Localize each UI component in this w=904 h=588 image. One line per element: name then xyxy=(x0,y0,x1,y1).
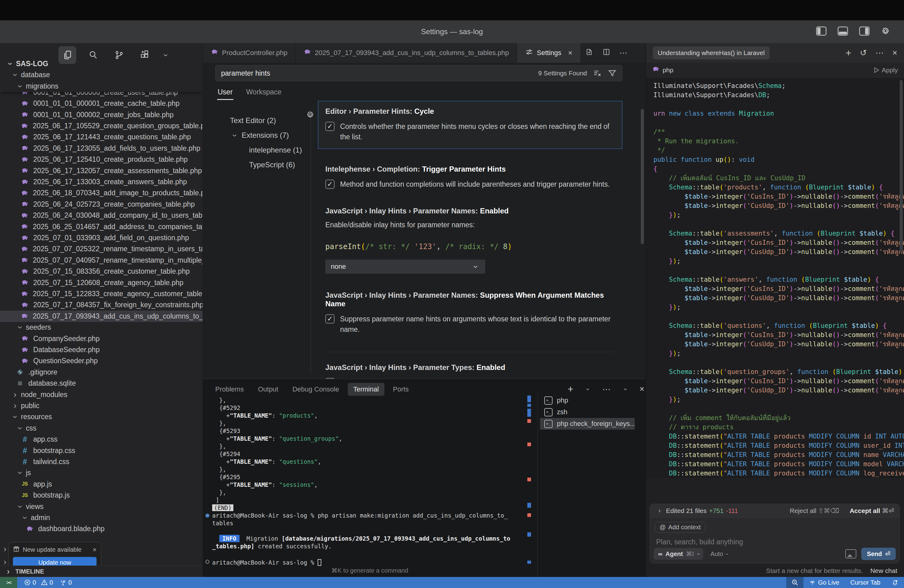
go-live-button[interactable]: Go Live xyxy=(803,577,845,588)
open-changes-icon[interactable] xyxy=(585,48,593,58)
tree-file-item[interactable]: 2025_06_25_014657_add_address_to_compani… xyxy=(0,221,202,232)
tree-folder-item[interactable]: ›public xyxy=(0,400,202,411)
apply-button[interactable]: Apply xyxy=(874,66,898,74)
more-actions-icon[interactable]: ⋯ xyxy=(620,48,627,58)
chat-tab[interactable]: Understanding whereHas() in Laravel xyxy=(653,46,770,59)
tree-folder-item[interactable]: ›views xyxy=(0,501,202,512)
search-icon[interactable] xyxy=(84,46,102,64)
tree-folder-item[interactable]: ›resources xyxy=(0,411,202,422)
toggle-bottom-panel-icon[interactable] xyxy=(838,27,848,37)
tree-file-item[interactable]: 0001_01_01_000001_create_cache_table.php xyxy=(0,98,202,109)
tree-file-item[interactable]: 2025_06_24_030048_add_company_id_to_user… xyxy=(0,210,202,221)
settings-toc-item[interactable]: intelephense (1) xyxy=(230,143,307,158)
tree-folder-item[interactable]: ›node_modules xyxy=(0,389,202,400)
collapsed-section-chevron-icon[interactable]: › xyxy=(4,544,6,554)
tree-file-item[interactable]: 2025_07_17_093943_add_cus_ins_udp_column… xyxy=(0,311,202,322)
clear-settings-search-icon[interactable] xyxy=(593,69,602,77)
edited-files-bar[interactable]: › Edited 21 files +751 -111 Reject all⇧⌘… xyxy=(650,504,899,518)
tree-file-item[interactable]: 2025_07_17_084357_fix_foreign_key_constr… xyxy=(0,299,202,311)
add-context-chip[interactable]: @ Add context xyxy=(655,522,705,533)
maximize-panel-icon[interactable]: › xyxy=(622,385,629,394)
tree-file-item[interactable]: 2025_07_01_033903_add_field_on_question.… xyxy=(0,232,202,243)
editor-tab[interactable]: 2025_07_17_093943_add_cus_ins_udp_column… xyxy=(296,43,517,63)
tree-folder-item[interactable]: ›seeders xyxy=(0,322,202,333)
notifications-bell-icon[interactable] xyxy=(886,577,904,588)
terminal-list-item[interactable]: >_zsh xyxy=(540,406,635,418)
panel-tab-debug-console[interactable]: Debug Console xyxy=(292,383,339,396)
close-chat-icon[interactable]: × xyxy=(892,48,897,58)
chat-history-icon[interactable]: ↺ xyxy=(860,48,867,58)
chat-input[interactable]: Plan, search, build anything xyxy=(656,538,743,546)
remote-indicator[interactable]: >< xyxy=(0,577,17,588)
terminal-list-item[interactable]: >_php xyxy=(540,395,635,406)
tree-file-item[interactable]: 2025_07_15_122833_create_agency_customer… xyxy=(0,288,202,300)
tree-file-item[interactable]: JSapp.js xyxy=(0,479,202,490)
settings-scrollbar[interactable] xyxy=(641,109,644,244)
tree-file-item[interactable]: #app.css xyxy=(0,434,202,445)
reject-all-button[interactable]: Reject all⇧⌘⌫ xyxy=(790,507,839,514)
settings-search-input[interactable]: parameter hints 9 Settings Found xyxy=(215,65,622,81)
tree-file-item[interactable]: 2025_06_18_070343_add_image_to_products_… xyxy=(0,187,202,199)
tree-folder-item[interactable]: ›js xyxy=(0,467,202,479)
tree-file-item[interactable]: QuestionSeeder.php xyxy=(0,355,202,367)
tree-file-item[interactable]: .gitignore xyxy=(0,367,202,378)
tree-file-item[interactable]: 2025_06_17_105529_create_question_groups… xyxy=(0,120,202,132)
setting-checkbox[interactable]: ✓ xyxy=(325,122,335,131)
tree-file-item[interactable]: 2025_07_15_120608_create_agency_table.ph… xyxy=(0,277,202,288)
close-panel-icon[interactable]: × xyxy=(640,384,645,394)
more-actions-icon[interactable]: ⋯ xyxy=(602,384,611,394)
filter-settings-icon[interactable] xyxy=(608,69,616,77)
tree-file-item[interactable]: CompanySeeder.php xyxy=(0,333,202,345)
tree-file-item[interactable]: DatabaseSeeder.php xyxy=(0,344,202,356)
settings-toc-item[interactable]: Text Editor (2) xyxy=(230,113,307,128)
tree-file-item[interactable]: #tailwind.css xyxy=(0,456,202,468)
tree-folder-item[interactable]: ›css xyxy=(0,422,202,434)
terminal-profile-chevron-icon[interactable]: › xyxy=(585,385,591,394)
terminal-output[interactable]: }, {#5292 +"TABLE_NAME": "products", }, … xyxy=(212,397,527,566)
setting-checkbox[interactable]: ✓ xyxy=(325,180,335,189)
accept-all-button[interactable]: Accept all⌘⏎ xyxy=(850,507,894,514)
setting-gear-icon[interactable] xyxy=(306,110,315,120)
tree-folder-item[interactable]: ›migrations xyxy=(0,81,202,92)
panel-tab-output[interactable]: Output xyxy=(258,383,278,396)
settings-toc-item[interactable]: TypeScript (6) xyxy=(230,158,307,172)
tree-file-item[interactable]: 2025_06_17_132057_create_assessments_tab… xyxy=(0,165,202,177)
attach-image-icon[interactable] xyxy=(845,549,857,558)
tree-file-item[interactable]: 2025_06_17_133003_create_answers_table.p… xyxy=(0,176,202,188)
chat-more-icon[interactable]: ⋯ xyxy=(876,48,884,58)
toggle-left-sidebar-icon[interactable] xyxy=(816,27,827,37)
editor-tab[interactable]: ProductController.php xyxy=(203,43,296,63)
new-chat-icon[interactable]: + xyxy=(846,47,852,59)
timeline-section-header[interactable]: › TIMELINE xyxy=(0,566,202,577)
tree-file-item[interactable]: ≡database.sqlite xyxy=(0,378,202,389)
source-control-icon[interactable] xyxy=(110,46,128,64)
tree-file-item[interactable]: JSbootstrap.js xyxy=(0,490,202,501)
setting-checkbox[interactable] xyxy=(325,378,335,379)
panel-tab-ports[interactable]: Ports xyxy=(393,383,409,396)
tree-folder-item[interactable]: ›admin xyxy=(0,512,202,523)
tree-file-item[interactable]: 2025_07_15_083356_create_customer_table.… xyxy=(0,266,202,277)
extensions-icon[interactable] xyxy=(136,46,154,64)
setting-select[interactable]: none› xyxy=(325,259,485,274)
tree-file-item[interactable]: 0001_01_01_000002_create_jobs_table.php xyxy=(0,109,202,120)
close-icon[interactable]: × xyxy=(568,49,572,57)
model-selector[interactable]: Auto ‹ xyxy=(711,550,727,558)
tree-file-item[interactable]: 2025_06_17_123055_add_fields_to_users_ta… xyxy=(0,143,202,154)
tree-file-item[interactable]: 2025_07_07_025322_rename_timestamp_in_us… xyxy=(0,243,202,254)
new-terminal-icon[interactable]: + xyxy=(567,384,574,395)
tree-file-item[interactable]: 2025_07_07_040957_rename_timestamp_in_mu… xyxy=(0,254,202,266)
settings-toc-item[interactable]: ›Extensions (7) xyxy=(230,128,307,143)
new-chat-link[interactable]: New chat xyxy=(870,567,897,574)
terminal-list-item[interactable]: >_php check_foreign_keys... xyxy=(540,418,635,430)
tree-file-item[interactable]: dashboard.blade.php xyxy=(0,523,202,534)
ports-status[interactable]: 0 xyxy=(60,579,72,586)
split-editor-icon[interactable] xyxy=(602,48,610,58)
explorer-icon[interactable] xyxy=(58,46,76,64)
send-button[interactable]: Send ⏎ xyxy=(861,548,896,560)
zoom-indicator[interactable] xyxy=(786,577,803,588)
close-icon[interactable]: × xyxy=(93,546,96,554)
chevron-down-icon[interactable]: › xyxy=(162,51,170,59)
tree-file-item[interactable]: 2025_06_17_121443_create_questions_table… xyxy=(0,131,202,143)
chat-scrollbar[interactable] xyxy=(900,80,903,252)
panel-tab-terminal[interactable]: Terminal xyxy=(348,383,384,396)
